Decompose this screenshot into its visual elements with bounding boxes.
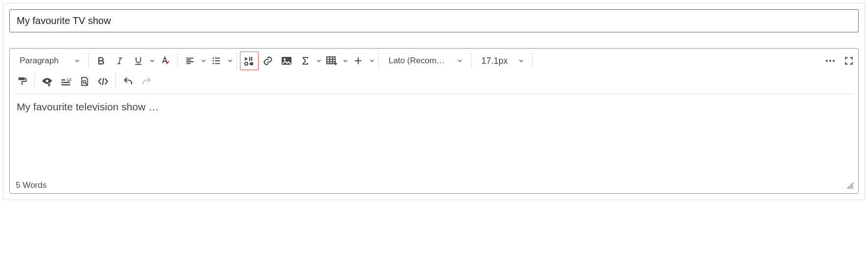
separator bbox=[471, 53, 472, 69]
sigma-icon bbox=[300, 55, 310, 66]
svg-point-8 bbox=[826, 60, 828, 62]
svg-point-12 bbox=[46, 80, 49, 82]
rich-text-editor: Paragraph bbox=[9, 48, 859, 194]
undo-icon bbox=[123, 76, 133, 87]
insert-image-button[interactable] bbox=[277, 51, 296, 70]
status-bar: 5 Words bbox=[10, 179, 858, 193]
equation-button[interactable] bbox=[296, 51, 315, 70]
insert-more-group bbox=[349, 51, 375, 70]
svg-point-1 bbox=[212, 60, 214, 62]
insert-table-button[interactable] bbox=[322, 51, 341, 70]
redo-icon bbox=[141, 76, 152, 87]
bulleted-list-button[interactable] bbox=[207, 51, 226, 70]
chevron-down-icon bbox=[456, 57, 463, 64]
table-group bbox=[322, 51, 349, 70]
separator bbox=[88, 53, 89, 69]
list-icon bbox=[211, 55, 222, 66]
toolbar-divider bbox=[15, 94, 853, 94]
svg-rect-11 bbox=[19, 77, 25, 80]
svg-point-6 bbox=[284, 58, 286, 60]
paragraph-style-label: Paragraph bbox=[20, 56, 58, 66]
word-count-icon: 123 bbox=[60, 77, 72, 86]
italic-button[interactable] bbox=[110, 51, 129, 70]
font-family-label: Lato (Recomm… bbox=[389, 56, 451, 66]
insert-more-button[interactable] bbox=[349, 51, 368, 70]
underline-icon bbox=[133, 55, 144, 66]
separator bbox=[532, 53, 533, 69]
align-left-icon bbox=[184, 55, 195, 66]
editor-content-area[interactable]: My favourite television show … bbox=[10, 96, 858, 179]
table-icon bbox=[326, 55, 338, 66]
svg-rect-7 bbox=[327, 57, 335, 64]
underline-group bbox=[129, 51, 156, 70]
accessibility-checker-button[interactable] bbox=[38, 72, 56, 91]
svg-point-9 bbox=[829, 60, 831, 62]
text-color-icon bbox=[159, 55, 170, 66]
font-size-label: 17.1px bbox=[481, 56, 508, 66]
chevron-down-icon bbox=[518, 57, 525, 64]
accessibility-eye-icon bbox=[41, 76, 53, 87]
equation-group bbox=[296, 51, 322, 70]
toolbar-row-2: 123 bbox=[10, 71, 858, 94]
separator bbox=[237, 53, 237, 69]
plus-icon bbox=[353, 56, 363, 66]
svg-point-14 bbox=[83, 80, 86, 83]
chevron-down-icon bbox=[74, 57, 80, 64]
toolbar-row-1: Paragraph bbox=[10, 49, 858, 71]
font-family-select[interactable]: Lato (Recomm… bbox=[382, 51, 468, 70]
preview-button[interactable] bbox=[75, 72, 94, 91]
link-icon bbox=[263, 55, 273, 66]
underline-button[interactable] bbox=[129, 51, 148, 70]
italic-icon bbox=[115, 55, 125, 66]
font-size-select[interactable]: 17.1px bbox=[474, 51, 529, 70]
svg-point-2 bbox=[212, 63, 214, 64]
format-painter-icon bbox=[17, 76, 27, 87]
fullscreen-button[interactable] bbox=[840, 51, 858, 70]
code-icon bbox=[97, 77, 109, 86]
word-count-label: 5 Words bbox=[16, 180, 47, 190]
editor-panel: Paragraph bbox=[3, 3, 865, 200]
svg-rect-4 bbox=[250, 62, 253, 65]
align-button[interactable] bbox=[181, 51, 199, 70]
insert-media-button[interactable] bbox=[240, 51, 259, 70]
separator bbox=[177, 53, 178, 69]
undo-button[interactable] bbox=[119, 72, 137, 91]
chevron-down-icon[interactable] bbox=[200, 57, 207, 64]
insert-stuff-icon bbox=[243, 55, 255, 66]
svg-point-0 bbox=[212, 57, 214, 59]
source-code-button[interactable] bbox=[94, 72, 112, 91]
more-actions-button[interactable] bbox=[821, 51, 840, 70]
svg-point-3 bbox=[245, 62, 248, 65]
more-horizontal-icon bbox=[824, 56, 836, 66]
insert-link-button[interactable] bbox=[259, 51, 277, 70]
list-group bbox=[207, 51, 234, 70]
paragraph-style-select[interactable]: Paragraph bbox=[13, 51, 85, 70]
resize-handle-icon[interactable] bbox=[845, 181, 854, 190]
word-count-button[interactable]: 123 bbox=[56, 72, 75, 91]
fullscreen-icon bbox=[844, 56, 854, 66]
chevron-down-icon[interactable] bbox=[227, 57, 234, 64]
chevron-down-icon[interactable] bbox=[368, 57, 375, 64]
svg-text:123: 123 bbox=[67, 77, 72, 82]
chevron-down-icon[interactable] bbox=[316, 57, 322, 64]
svg-point-10 bbox=[833, 60, 835, 62]
chevron-down-icon[interactable] bbox=[149, 57, 156, 64]
format-painter-button[interactable] bbox=[13, 72, 31, 91]
separator bbox=[34, 74, 35, 89]
separator bbox=[115, 74, 116, 89]
page-search-icon bbox=[79, 76, 90, 87]
bold-button[interactable] bbox=[92, 51, 110, 70]
separator bbox=[378, 53, 379, 69]
chevron-down-icon[interactable] bbox=[342, 57, 349, 64]
bold-icon bbox=[96, 55, 106, 66]
title-input[interactable] bbox=[9, 9, 859, 32]
image-icon bbox=[281, 55, 292, 66]
align-group bbox=[181, 51, 207, 70]
text-color-button[interactable] bbox=[156, 51, 174, 70]
redo-button[interactable] bbox=[137, 72, 156, 91]
